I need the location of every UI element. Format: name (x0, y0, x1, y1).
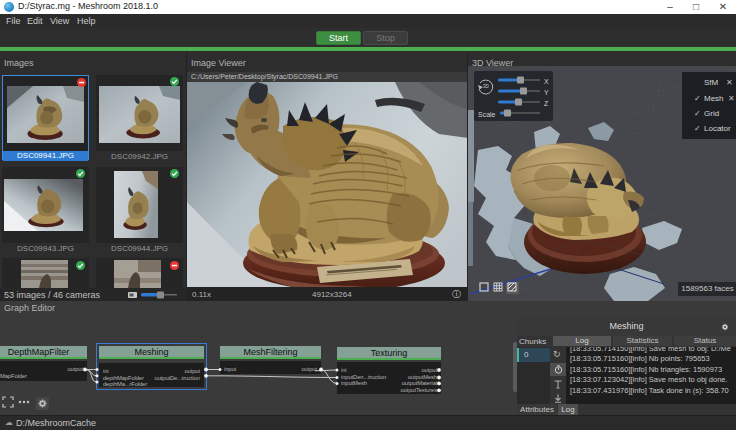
svg-text:Y: Y (544, 89, 549, 96)
svg-text:Z: Z (544, 100, 549, 107)
svg-text:3D: 3D (483, 84, 490, 89)
svg-text:X: X (544, 78, 549, 85)
svg-text:Scale: Scale (478, 111, 496, 118)
